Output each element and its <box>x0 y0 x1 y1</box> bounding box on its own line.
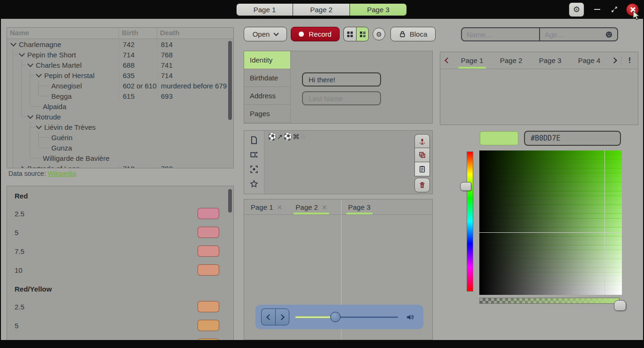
death-cell: 693 <box>157 92 233 100</box>
table-row[interactable]: Pepin of Herstal635714 <box>7 70 233 80</box>
minimize-button[interactable] <box>594 9 600 10</box>
birth-cell: 615 <box>119 92 157 100</box>
tree-guide <box>26 70 34 80</box>
hex-color-entry[interactable]: #B0DD7E <box>524 131 621 146</box>
wikipedia-link[interactable]: Wikipedia <box>48 170 76 177</box>
settings-button[interactable]: ⚙ <box>373 28 385 40</box>
forward-button[interactable] <box>275 308 289 325</box>
expander-open-icon[interactable] <box>27 113 33 119</box>
first-name-entry[interactable]: Hi there! <box>302 72 381 87</box>
shade-label: 5 <box>15 322 18 330</box>
table-row[interactable]: Charlemagne742814 <box>7 39 233 49</box>
emoji-icon[interactable] <box>605 31 613 39</box>
table-row[interactable]: Liévin de Trèves <box>7 122 233 132</box>
tab-page-3[interactable]: Page 3 <box>531 52 570 69</box>
hue-slider[interactable] <box>467 151 473 292</box>
expander-open-icon[interactable] <box>19 51 25 57</box>
paste-button[interactable] <box>414 162 430 176</box>
table-row[interactable]: Pepin the Short714768 <box>7 49 233 60</box>
tab-page-4[interactable]: Page 4 <box>570 52 609 69</box>
titlebar-menu-button[interactable]: ⚙ <box>569 2 584 17</box>
column-header-death[interactable]: Death <box>157 28 233 39</box>
delete-button[interactable] <box>414 178 430 192</box>
tree-scrollbar[interactable] <box>228 41 232 120</box>
column-header-name[interactable]: Name <box>7 28 119 39</box>
sidebar-item-address[interactable]: Address <box>244 87 290 105</box>
color-swatch[interactable] <box>480 131 518 145</box>
expander-open-icon[interactable] <box>27 61 33 67</box>
upload-button[interactable] <box>414 134 430 148</box>
titlebar-tab-page-1[interactable]: Page 1 <box>236 3 293 16</box>
tab-page-1[interactable]: Page 1✕ <box>244 199 289 215</box>
maximize-button[interactable] <box>611 6 618 13</box>
record-button[interactable]: Record <box>291 27 340 41</box>
tab-page-3[interactable]: Page 3 <box>342 199 377 215</box>
last-name-entry[interactable]: Last Name <box>302 91 381 105</box>
slider-empty-track[interactable] <box>335 316 398 318</box>
table-row[interactable]: Guérin <box>7 132 233 142</box>
copy-button[interactable] <box>414 148 430 162</box>
tab-close-icon[interactable]: ✕ <box>322 204 327 211</box>
expander-open-icon[interactable] <box>36 71 42 78</box>
lock-button[interactable]: Bloca <box>390 27 436 41</box>
table-row[interactable]: Rotrude <box>7 111 233 122</box>
tabs-overflow-button[interactable]: ! <box>621 55 638 66</box>
table-row[interactable]: Alpaida <box>7 101 233 111</box>
open-button[interactable]: Open <box>244 27 287 41</box>
tab-close-icon[interactable]: ✕ <box>277 204 283 211</box>
new-document-icon[interactable] <box>250 136 258 144</box>
list-item[interactable]: 2.5 <box>7 297 233 316</box>
saturation-value-square[interactable] <box>479 150 622 295</box>
tab-page-1[interactable]: Page 1 <box>453 52 492 69</box>
shade-label: 10 <box>15 266 23 274</box>
list-item[interactable]: 7.5 <box>7 335 233 340</box>
right-notebook-tabs: Page 1Page 2Page 3Page 4 <box>453 52 609 69</box>
alpha-slider-handle[interactable] <box>614 300 626 311</box>
volume-button[interactable] <box>406 313 414 321</box>
middle-toolbar: Open Record <box>244 27 436 41</box>
soccer-ball-icon: ⚽ <box>268 133 277 141</box>
expander-open-icon[interactable] <box>36 123 42 129</box>
command-icon: ⌘ <box>293 133 300 141</box>
list-item[interactable]: 7.5 <box>7 242 233 261</box>
table-row[interactable]: Charles Martel688741 <box>7 60 233 70</box>
list-item[interactable]: 5 <box>7 223 233 242</box>
grid-view-button[interactable] <box>343 27 356 41</box>
name-input[interactable]: Name... <box>461 27 540 41</box>
list-item[interactable]: 2.5 <box>7 204 233 223</box>
list-view-button[interactable] <box>356 27 369 41</box>
table-row[interactable]: Ansegisel602 or 610murdered before 679 <box>7 80 233 91</box>
titlebar-tab-page-2[interactable]: Page 2 <box>293 3 350 16</box>
alpha-slider[interactable] <box>479 298 620 304</box>
resize-object-icon[interactable] <box>250 150 258 159</box>
tabs-scroll-left-button[interactable] <box>440 52 453 69</box>
tabs-scroll-right-button[interactable] <box>609 52 621 69</box>
table-row[interactable]: Willigarde de Bavière <box>7 153 233 163</box>
table-row[interactable]: Gunza <box>7 142 233 153</box>
slider-thumb[interactable] <box>330 312 341 322</box>
record-icon <box>299 32 304 37</box>
age-input[interactable]: Age... <box>540 27 618 41</box>
star-icon[interactable] <box>250 180 258 188</box>
tree-guide <box>9 70 17 80</box>
sidebar-item-birthdate[interactable]: Birthdate <box>244 69 290 87</box>
sidebar-item-identity[interactable]: Identity <box>244 51 290 69</box>
tab-page-2[interactable]: Page 2 <box>492 52 531 69</box>
table-row[interactable]: Bertrade of Laon710783 <box>7 163 233 168</box>
table-row[interactable]: Begga615693 <box>7 91 233 101</box>
tab-label: Page 1 <box>461 56 484 64</box>
titlebar-tab-page-3[interactable]: Page 3 <box>350 3 407 16</box>
back-button[interactable] <box>261 308 275 325</box>
text-content[interactable]: ⚽↗⚽⌘☆ <box>268 133 306 141</box>
palette-scrollbar[interactable] <box>228 189 232 213</box>
list-item[interactable]: 10 <box>7 261 233 279</box>
tab-page-2[interactable]: Page 2✕ <box>289 199 334 215</box>
expander-open-icon[interactable] <box>10 40 16 47</box>
sidebar-item-pages[interactable]: Pages <box>244 105 290 123</box>
slider-filled-track[interactable] <box>295 316 335 318</box>
center-focus-icon[interactable] <box>250 165 258 174</box>
hue-slider-handle[interactable] <box>460 182 471 191</box>
list-item[interactable]: 5 <box>7 316 233 335</box>
column-header-birth[interactable]: Birth <box>119 28 157 39</box>
expander-closed-icon[interactable] <box>19 166 25 168</box>
